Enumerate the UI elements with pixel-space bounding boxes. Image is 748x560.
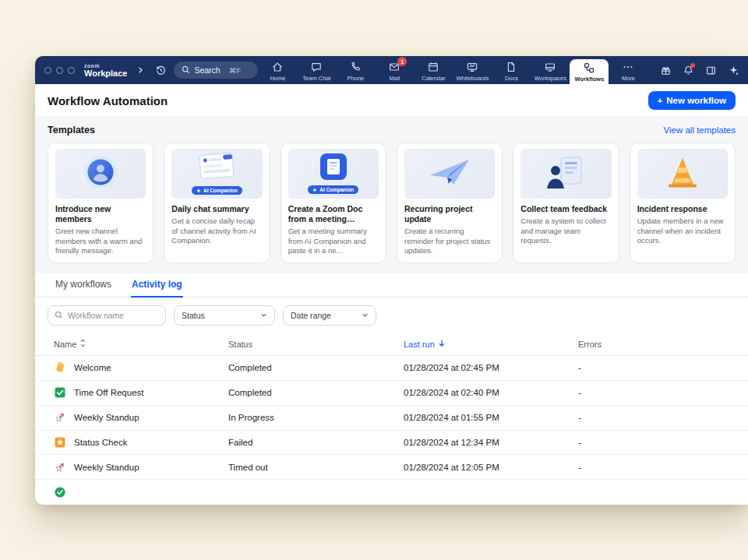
close-window-button[interactable]	[44, 67, 51, 74]
sort-desc-icon	[438, 339, 446, 349]
app-logo: zoom Workplace	[84, 63, 127, 78]
status-cell: Completed	[228, 363, 404, 372]
date-range-select[interactable]: Date range	[283, 305, 376, 326]
chevron-down-icon	[260, 311, 267, 320]
sparkle-icon	[196, 188, 201, 193]
nav-team-chat[interactable]: Team Chat	[297, 56, 336, 84]
card-image	[520, 149, 611, 199]
card-description: Create a recurring reminder for project …	[404, 227, 495, 256]
workflow-name: Welcome	[74, 363, 111, 372]
nav-workflows[interactable]: Workflows	[570, 59, 609, 84]
nav-label: Workspaces	[535, 75, 566, 82]
cone-icon	[665, 156, 700, 192]
nav-phone[interactable]: Phone	[336, 56, 375, 84]
nav-home[interactable]: Home	[258, 56, 297, 84]
card-title: Incident response	[637, 204, 728, 214]
paper-plane-icon	[427, 157, 472, 191]
card-title: Create a Zoom Doc from a meeting summary	[288, 204, 379, 224]
table-row[interactable]: Welcome Completed 01/28/2024 at 02:45 PM…	[35, 356, 748, 381]
nav-mail[interactable]: Mail 1	[375, 56, 414, 84]
wave-icon	[54, 361, 66, 374]
view-all-templates-link[interactable]: View all templates	[664, 125, 736, 135]
ai-companion-badge: AI Companion	[308, 185, 358, 194]
home-icon	[271, 61, 284, 73]
template-card-recurring-project-update[interactable]: Recurring project update Create a recurr…	[397, 143, 503, 263]
table-row[interactable]: Time Off Request Completed 01/28/2024 at…	[35, 381, 748, 406]
bell-icon[interactable]	[681, 63, 695, 77]
column-header-name[interactable]: Name	[54, 339, 228, 349]
ai-companion-icon[interactable]	[726, 63, 740, 77]
mail-badge: 1	[397, 57, 407, 66]
nav-label: Phone	[348, 75, 365, 82]
logo-workplace: Workplace	[84, 69, 127, 78]
nav-workspaces[interactable]: Workspaces	[531, 56, 570, 84]
nav-calendar[interactable]: Calendar	[414, 56, 453, 84]
check-square-icon	[54, 386, 66, 399]
logo-zoom: zoom	[84, 63, 127, 69]
templates-heading: Templates	[48, 125, 95, 136]
nav-more[interactable]: More	[609, 56, 647, 84]
new-workflow-label: New workflow	[666, 96, 726, 105]
tab-activity-log[interactable]: Activity log	[131, 273, 183, 298]
template-card-zoom-doc-from-meeting-summary[interactable]: AI Companion Create a Zoom Doc from a me…	[280, 143, 386, 263]
errors-cell: -	[578, 363, 729, 372]
workflow-name: Status Check	[74, 438, 127, 447]
search-icon	[182, 63, 190, 77]
status-select[interactable]: Status	[174, 305, 275, 326]
template-card-incident-response[interactable]: Incident response Update members in a ne…	[630, 143, 736, 263]
status-cell: In Progress	[228, 413, 404, 422]
titlebar: zoom Workplace Search ⌘F	[35, 56, 748, 84]
column-header-status: Status	[228, 340, 404, 349]
column-header-last-run[interactable]: Last run	[404, 339, 578, 349]
history-icon[interactable]	[153, 63, 168, 77]
template-card-introduce-new-members[interactable]: Introduce new members Greet new channel …	[48, 143, 153, 263]
status-cell: Failed	[228, 438, 404, 447]
sort-icon	[79, 339, 86, 349]
table-header: Name Status Last run Errors	[35, 333, 748, 356]
table-row-partial[interactable]	[35, 480, 748, 505]
workflow-name-input[interactable]	[68, 311, 159, 320]
zoom-window-button[interactable]	[68, 67, 75, 74]
name-cell: Status Check	[54, 436, 228, 449]
search-shortcut: ⌘F	[229, 66, 241, 75]
nav-whiteboards[interactable]: Whiteboards	[453, 56, 492, 84]
table-row[interactable]: Status Check Failed 01/28/2024 at 12:34 …	[35, 431, 748, 456]
card-image: AI Companion	[171, 149, 262, 199]
last-run-cell: 01/28/2024 at 12:34 PM	[404, 438, 578, 447]
card-description: Create a system to collect and manage te…	[520, 217, 611, 246]
name-cell: Weekly Standup	[54, 411, 228, 424]
table-row[interactable]: Weekly Standup Timed out 01/28/2024 at 1…	[35, 455, 748, 480]
search-icon	[55, 308, 63, 322]
workspaces-icon	[544, 61, 556, 73]
more-icon	[622, 61, 634, 73]
column-label: Errors	[578, 340, 602, 349]
workflow-name: Weekly Standup	[74, 463, 139, 472]
template-card-collect-team-feedback[interactable]: Collect team feedback Create a system to…	[513, 143, 619, 263]
chat-window-icon	[194, 153, 239, 184]
new-workflow-button[interactable]: + New workflow	[648, 91, 736, 110]
card-description: Get a concise daily recap of channel act…	[171, 217, 262, 246]
zoom-doc-icon	[318, 153, 349, 183]
card-description: Update members in a new channel when an …	[637, 217, 728, 246]
last-run-cell: 01/28/2024 at 01:55 PM	[404, 413, 578, 422]
green-circle-icon	[54, 486, 66, 498]
ai-companion-badge-label: AI Companion	[203, 188, 238, 193]
gift-icon[interactable]	[658, 63, 672, 77]
template-card-daily-chat-summary[interactable]: AI Companion Daily chat summary Get a co…	[164, 143, 270, 263]
minimize-window-button[interactable]	[56, 67, 63, 74]
templates-section: Templates View all templates Introduce n…	[35, 117, 748, 273]
tab-my-workflows[interactable]: My workflows	[55, 273, 112, 298]
table-row[interactable]: Weekly Standup In Progress 01/28/2024 at…	[35, 406, 748, 431]
plus-icon: +	[658, 96, 663, 105]
chat-icon	[310, 61, 323, 73]
card-description: Get a meeting summary from AI Companion …	[288, 227, 379, 256]
panel-layout-icon[interactable]	[704, 63, 718, 77]
rocket-icon	[54, 411, 66, 424]
search-pill[interactable]: Search ⌘F	[174, 62, 258, 79]
feedback-icon	[545, 156, 586, 192]
errors-cell: -	[578, 463, 729, 472]
nav-label: Home	[270, 75, 285, 82]
nav-docs[interactable]: Docs	[492, 56, 531, 84]
chevron-right-icon[interactable]	[133, 63, 147, 77]
nav-label: More	[622, 75, 635, 82]
